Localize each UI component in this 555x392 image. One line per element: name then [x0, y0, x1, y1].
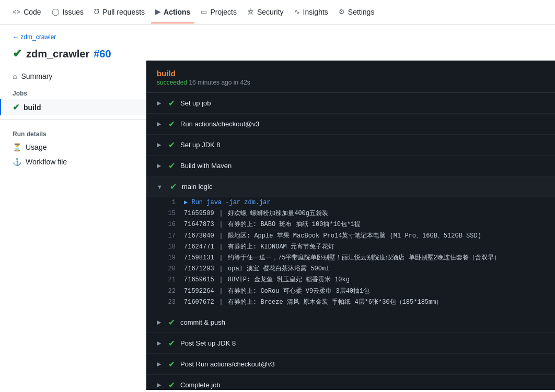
nav-issues[interactable]: ◯ Issues [48, 2, 88, 23]
nav-settings[interactable]: ⚙ Settings [334, 2, 379, 23]
step-check-icon: ✔ [168, 140, 175, 150]
chevron-right-icon: ▶ [157, 382, 161, 388]
main-layout: ⌂ Summary Jobs ✔ build Run details ⏳ Usa… [0, 61, 555, 390]
step-check-icon: ✔ [168, 161, 175, 171]
log-row: 16 71647873 ｜ 有券的上: BABO 斑布 抽纸 100抽*10包*… [146, 219, 555, 230]
build-status: succeeded 16 minutes ago in 42s [157, 79, 545, 86]
build-header: build succeeded 16 minutes ago in 42s [146, 61, 555, 93]
step-check-icon: ✔ [168, 119, 175, 129]
repo-name: zdm_crawler [26, 48, 89, 60]
sidebar-item-workflow-file[interactable]: ⚓ Workflow file [0, 155, 146, 169]
chevron-right-icon: ▶ [157, 141, 161, 148]
run-details-label: Run details [0, 124, 146, 140]
chevron-right-icon: ▶ [157, 340, 161, 347]
jobs-section-label: Jobs [0, 84, 146, 99]
content-area: build succeeded 16 minutes ago in 42s ▶ … [146, 61, 555, 390]
file-icon: ⚓ [13, 158, 21, 166]
nav-projects[interactable]: ▭ Projects [196, 2, 241, 23]
step-check-icon: ✔ [168, 98, 175, 108]
job-success-icon: ✔ [13, 102, 19, 112]
log-row: 22 71592264 ｜ 有券的上: CoRou 可心柔 V9云柔巾 3层40… [146, 286, 555, 297]
log-row: 21 71659615 ｜ 88VIP: 金龙鱼 乳玉皇妃 稻香贡米 10kg [146, 275, 555, 286]
sidebar-item-summary[interactable]: ⌂ Summary [0, 69, 146, 84]
chevron-down-icon: ▼ [157, 184, 163, 190]
clock-icon: ⏳ [13, 143, 21, 151]
log-row: 23 71607672 ｜ 有券的上: Breeze 清风 原木金装 手帕纸 4… [146, 297, 555, 308]
step-checkout[interactable]: ▶ ✔ Run actions/checkout@v3 [146, 114, 555, 135]
nav-security[interactable]: ⛤ Security [243, 2, 288, 23]
step-maven[interactable]: ▶ ✔ Build with Maven [146, 156, 555, 176]
top-nav: <> Code ◯ Issues ℧ Pull requests ▶ Actio… [0, 0, 555, 25]
step-check-icon: ✔ [168, 359, 175, 369]
sidebar-item-usage[interactable]: ⏳ Usage [0, 140, 146, 155]
chevron-right-icon: ▶ [157, 100, 161, 106]
nav-code[interactable]: <> Code [8, 2, 45, 23]
insights-icon: ∿ [294, 8, 300, 16]
breadcrumb-area: ← zdm_crawler [0, 25, 555, 45]
step-post-jdk[interactable]: ▶ ✔ Post Set up JDK 8 [146, 333, 555, 354]
step-check-icon: ✔ [168, 380, 175, 390]
log-row: 1 ▶ Run java -jar zdm.jar [146, 197, 555, 208]
page-title-area: ✔ zdm_crawler #60 [0, 45, 555, 61]
step-set-up-job[interactable]: ▶ ✔ Set up job [146, 93, 555, 114]
pull-request-icon: ℧ [94, 8, 99, 16]
step-check-icon: ✔ [168, 317, 175, 327]
issues-icon: ◯ [52, 8, 60, 16]
nav-pull-requests[interactable]: ℧ Pull requests [90, 2, 149, 23]
nav-insights[interactable]: ∿ Insights [290, 2, 332, 23]
log-area: 1 ▶ Run java -jar zdm.jar 15 71659509 ｜ … [146, 197, 555, 312]
step-main-logic[interactable]: ▼ ✔ main logic [146, 176, 555, 197]
actions-icon: ▶ [155, 8, 160, 16]
chevron-right-icon: ▶ [157, 121, 161, 127]
nav-actions[interactable]: ▶ Actions [151, 2, 194, 23]
step-commit-push[interactable]: ▶ ✔ commit & push [146, 312, 555, 333]
step-jdk[interactable]: ▶ ✔ Set up JDK 8 [146, 135, 555, 156]
chevron-right-icon: ▶ [157, 162, 161, 169]
log-row: 17 71673040 ｜ 限地区: Apple 苹果 MacBook Pro1… [146, 231, 555, 242]
log-row: 19 71598131 ｜ 约等于住一送一，75平带庭院单卧别墅！丽江悦云别院度… [146, 253, 555, 264]
breadcrumb[interactable]: ← zdm_crawler [13, 33, 542, 41]
step-post-checkout[interactable]: ▶ ✔ Post Run actions/checkout@v3 [146, 354, 555, 375]
log-row: 20 71671293 ｜ opal 澳宝 樱花白茶沐浴露 500ml [146, 264, 555, 275]
home-icon: ⌂ [13, 72, 17, 80]
step-check-icon: ✔ [170, 182, 177, 192]
projects-icon: ▭ [201, 8, 207, 16]
step-complete[interactable]: ▶ ✔ Complete job [146, 375, 555, 390]
settings-icon: ⚙ [339, 8, 345, 16]
log-row: 15 71659509 ｜ 好欢螺 螺蛳粉加辣加量400g五袋装 [146, 208, 555, 219]
security-icon: ⛤ [247, 8, 254, 16]
run-number[interactable]: #60 [94, 48, 111, 60]
chevron-right-icon: ▶ [157, 319, 161, 326]
log-row: 18 71624771 ｜ 有券的上: KIDNOAM 元宵节兔子花灯 [146, 242, 555, 253]
code-icon: <> [13, 8, 20, 16]
build-panel: build succeeded 16 minutes ago in 42s ▶ … [146, 61, 555, 390]
step-check-icon: ✔ [168, 338, 175, 348]
chevron-right-icon: ▶ [157, 361, 161, 367]
sidebar: ⌂ Summary Jobs ✔ build Run details ⏳ Usa… [0, 61, 146, 390]
success-check-icon: ✔ [13, 47, 22, 61]
sidebar-item-build[interactable]: ✔ build [0, 99, 146, 115]
build-title: build [157, 69, 545, 78]
